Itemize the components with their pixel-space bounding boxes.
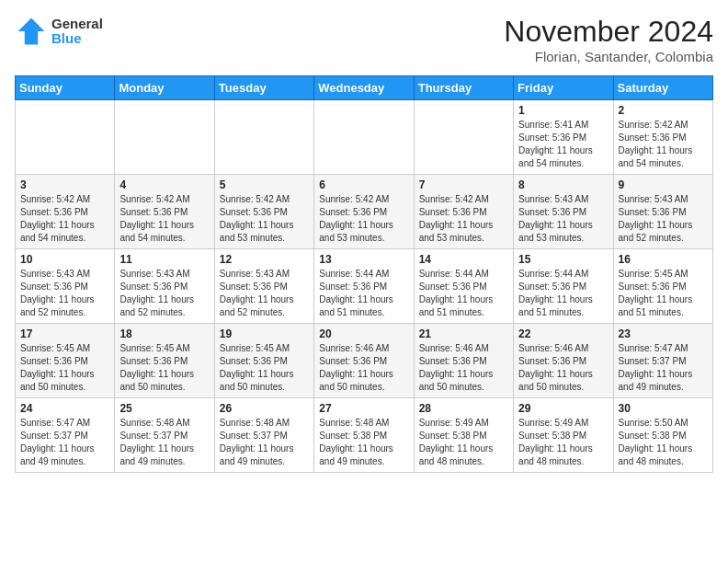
day-info: Sunrise: 5:47 AM Sunset: 5:37 PM Dayligh… xyxy=(20,417,109,468)
column-header-wednesday: Wednesday xyxy=(314,76,414,100)
day-info: Sunrise: 5:50 AM Sunset: 5:38 PM Dayligh… xyxy=(619,417,708,468)
calendar-cell: 21Sunrise: 5:46 AM Sunset: 5:36 PM Dayli… xyxy=(414,324,513,398)
day-number: 15 xyxy=(518,253,608,266)
calendar-cell: 4Sunrise: 5:42 AM Sunset: 5:36 PM Daylig… xyxy=(115,175,214,249)
calendar-cell: 24Sunrise: 5:47 AM Sunset: 5:37 PM Dayli… xyxy=(16,398,115,473)
day-number: 29 xyxy=(518,402,608,415)
day-info: Sunrise: 5:45 AM Sunset: 5:36 PM Dayligh… xyxy=(220,342,309,394)
calendar-cell: 10Sunrise: 5:43 AM Sunset: 5:36 PM Dayli… xyxy=(16,249,115,324)
calendar-cell: 28Sunrise: 5:49 AM Sunset: 5:38 PM Dayli… xyxy=(414,398,513,473)
month-year-title: November 2024 xyxy=(504,15,713,49)
day-number: 30 xyxy=(619,402,708,415)
day-info: Sunrise: 5:49 AM Sunset: 5:38 PM Dayligh… xyxy=(419,417,508,468)
day-info: Sunrise: 5:46 AM Sunset: 5:36 PM Dayligh… xyxy=(319,342,408,394)
day-number: 16 xyxy=(619,253,708,266)
day-number: 24 xyxy=(20,402,109,415)
calendar-cell: 8Sunrise: 5:43 AM Sunset: 5:36 PM Daylig… xyxy=(514,175,613,249)
day-number: 21 xyxy=(419,327,508,340)
day-info: Sunrise: 5:45 AM Sunset: 5:36 PM Dayligh… xyxy=(619,268,708,319)
calendar-cell: 11Sunrise: 5:43 AM Sunset: 5:36 PM Dayli… xyxy=(115,249,214,324)
day-number: 19 xyxy=(220,327,309,340)
calendar-week-row: 1Sunrise: 5:41 AM Sunset: 5:36 PM Daylig… xyxy=(16,100,713,175)
calendar-cell xyxy=(314,100,414,175)
day-info: Sunrise: 5:46 AM Sunset: 5:36 PM Dayligh… xyxy=(419,342,508,394)
calendar-week-row: 17Sunrise: 5:45 AM Sunset: 5:36 PM Dayli… xyxy=(16,324,713,398)
calendar-cell: 18Sunrise: 5:45 AM Sunset: 5:36 PM Dayli… xyxy=(115,324,214,398)
day-number: 27 xyxy=(319,402,408,415)
calendar-cell: 3Sunrise: 5:42 AM Sunset: 5:36 PM Daylig… xyxy=(16,175,115,249)
day-info: Sunrise: 5:42 AM Sunset: 5:36 PM Dayligh… xyxy=(619,119,708,170)
calendar-cell xyxy=(214,100,313,175)
calendar-cell: 30Sunrise: 5:50 AM Sunset: 5:38 PM Dayli… xyxy=(613,398,712,473)
day-info: Sunrise: 5:46 AM Sunset: 5:36 PM Dayligh… xyxy=(518,342,608,394)
day-info: Sunrise: 5:49 AM Sunset: 5:38 PM Dayligh… xyxy=(518,417,608,468)
calendar-cell: 7Sunrise: 5:42 AM Sunset: 5:36 PM Daylig… xyxy=(414,175,513,249)
calendar-cell: 6Sunrise: 5:42 AM Sunset: 5:36 PM Daylig… xyxy=(314,175,414,249)
day-number: 14 xyxy=(419,253,508,266)
calendar-cell: 20Sunrise: 5:46 AM Sunset: 5:36 PM Dayli… xyxy=(314,324,414,398)
day-number: 11 xyxy=(119,253,209,266)
day-number: 25 xyxy=(119,402,209,415)
day-info: Sunrise: 5:44 AM Sunset: 5:36 PM Dayligh… xyxy=(518,268,608,319)
day-info: Sunrise: 5:43 AM Sunset: 5:36 PM Dayligh… xyxy=(119,268,209,319)
day-info: Sunrise: 5:42 AM Sunset: 5:36 PM Dayligh… xyxy=(319,193,408,245)
day-info: Sunrise: 5:45 AM Sunset: 5:36 PM Dayligh… xyxy=(119,342,209,394)
calendar-cell: 5Sunrise: 5:42 AM Sunset: 5:36 PM Daylig… xyxy=(214,175,313,249)
day-info: Sunrise: 5:45 AM Sunset: 5:36 PM Dayligh… xyxy=(20,342,109,394)
location-subtitle: Florian, Santander, Colombia xyxy=(504,49,713,64)
day-info: Sunrise: 5:42 AM Sunset: 5:36 PM Dayligh… xyxy=(119,193,209,245)
calendar-cell: 16Sunrise: 5:45 AM Sunset: 5:36 PM Dayli… xyxy=(613,249,712,324)
calendar-table: SundayMondayTuesdayWednesdayThursdayFrid… xyxy=(15,75,713,473)
day-number: 4 xyxy=(119,178,209,191)
day-info: Sunrise: 5:47 AM Sunset: 5:37 PM Dayligh… xyxy=(619,342,708,394)
calendar-cell: 15Sunrise: 5:44 AM Sunset: 5:36 PM Dayli… xyxy=(514,249,613,324)
calendar-cell: 27Sunrise: 5:48 AM Sunset: 5:38 PM Dayli… xyxy=(314,398,414,473)
day-number: 10 xyxy=(20,253,109,266)
logo-text: General Blue xyxy=(51,17,103,47)
calendar-header-row: SundayMondayTuesdayWednesdayThursdayFrid… xyxy=(16,76,713,100)
column-header-friday: Friday xyxy=(514,76,613,100)
day-info: Sunrise: 5:44 AM Sunset: 5:36 PM Dayligh… xyxy=(319,268,408,319)
calendar-cell: 2Sunrise: 5:42 AM Sunset: 5:36 PM Daylig… xyxy=(613,100,712,175)
column-header-saturday: Saturday xyxy=(613,76,712,100)
day-number: 9 xyxy=(619,178,708,191)
day-info: Sunrise: 5:48 AM Sunset: 5:38 PM Dayligh… xyxy=(319,417,408,468)
calendar-cell: 23Sunrise: 5:47 AM Sunset: 5:37 PM Dayli… xyxy=(613,324,712,398)
calendar-cell: 12Sunrise: 5:43 AM Sunset: 5:36 PM Dayli… xyxy=(214,249,313,324)
calendar-cell: 29Sunrise: 5:49 AM Sunset: 5:38 PM Dayli… xyxy=(514,398,613,473)
calendar-week-row: 24Sunrise: 5:47 AM Sunset: 5:37 PM Dayli… xyxy=(16,398,713,473)
calendar-cell: 19Sunrise: 5:45 AM Sunset: 5:36 PM Dayli… xyxy=(214,324,313,398)
column-header-tuesday: Tuesday xyxy=(214,76,313,100)
svg-marker-0 xyxy=(18,18,45,45)
day-number: 23 xyxy=(619,327,708,340)
day-number: 26 xyxy=(220,402,309,415)
calendar-cell: 13Sunrise: 5:44 AM Sunset: 5:36 PM Dayli… xyxy=(314,249,414,324)
logo: General Blue xyxy=(15,15,103,48)
page-header: General Blue November 2024 Florian, Sant… xyxy=(15,15,713,64)
day-number: 18 xyxy=(119,327,209,340)
day-number: 1 xyxy=(518,104,608,117)
day-info: Sunrise: 5:42 AM Sunset: 5:36 PM Dayligh… xyxy=(419,193,508,245)
day-info: Sunrise: 5:48 AM Sunset: 5:37 PM Dayligh… xyxy=(119,417,209,468)
day-info: Sunrise: 5:43 AM Sunset: 5:36 PM Dayligh… xyxy=(619,193,708,245)
day-number: 6 xyxy=(319,178,408,191)
day-number: 2 xyxy=(619,104,708,117)
calendar-cell: 26Sunrise: 5:48 AM Sunset: 5:37 PM Dayli… xyxy=(214,398,313,473)
column-header-monday: Monday xyxy=(115,76,214,100)
calendar-cell: 1Sunrise: 5:41 AM Sunset: 5:36 PM Daylig… xyxy=(514,100,613,175)
day-number: 12 xyxy=(220,253,309,266)
day-number: 7 xyxy=(419,178,508,191)
calendar-week-row: 10Sunrise: 5:43 AM Sunset: 5:36 PM Dayli… xyxy=(16,249,713,324)
day-number: 8 xyxy=(518,178,608,191)
column-header-thursday: Thursday xyxy=(414,76,513,100)
day-info: Sunrise: 5:44 AM Sunset: 5:36 PM Dayligh… xyxy=(419,268,508,319)
day-info: Sunrise: 5:43 AM Sunset: 5:36 PM Dayligh… xyxy=(20,268,109,319)
day-number: 13 xyxy=(319,253,408,266)
day-info: Sunrise: 5:41 AM Sunset: 5:36 PM Dayligh… xyxy=(518,119,608,170)
day-info: Sunrise: 5:43 AM Sunset: 5:36 PM Dayligh… xyxy=(220,268,309,319)
day-number: 17 xyxy=(20,327,109,340)
calendar-cell: 17Sunrise: 5:45 AM Sunset: 5:36 PM Dayli… xyxy=(16,324,115,398)
calendar-cell: 22Sunrise: 5:46 AM Sunset: 5:36 PM Dayli… xyxy=(514,324,613,398)
logo-blue: Blue xyxy=(51,31,103,47)
column-header-sunday: Sunday xyxy=(16,76,115,100)
